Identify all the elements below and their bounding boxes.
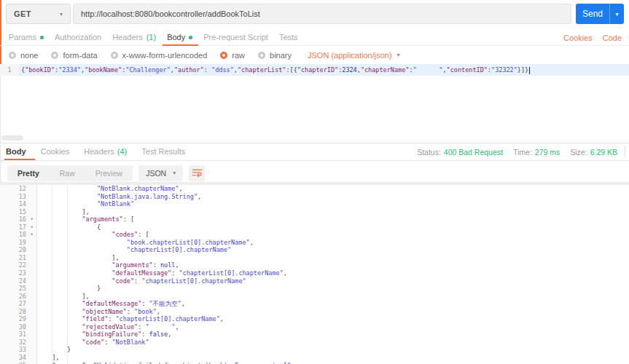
view-mode-segmented-control: Pretty Raw Preview xyxy=(7,165,133,181)
tab-pre-request-script[interactable]: Pre-request Script xyxy=(203,29,268,46)
time-badge: Time: 279 ms xyxy=(513,148,560,157)
request-body-line-content[interactable]: {"bookID":"2334","bookName":"Challenger"… xyxy=(19,64,629,76)
response-tab-headers[interactable]: Headers (4) xyxy=(84,143,127,160)
line-number: 30 xyxy=(0,323,26,331)
line-content: } xyxy=(37,346,71,354)
line-content: "code": "NotBlank" xyxy=(37,339,149,347)
response-tab-cookies[interactable]: Cookies xyxy=(41,143,70,160)
radio-icon xyxy=(258,52,265,59)
method-label: GET xyxy=(14,9,31,18)
code-line: 28 "objectName": "book", xyxy=(0,308,629,316)
line-number: 35 xyxy=(0,362,26,364)
chevron-down-icon: ▾ xyxy=(615,11,618,17)
line-number: 27 xyxy=(0,300,26,308)
params-dot-indicator xyxy=(40,36,44,39)
code-line: 35 "message": "Validation failed for obj… xyxy=(0,362,629,364)
fold-gutter xyxy=(26,362,37,364)
view-mode-preview[interactable]: Preview xyxy=(85,165,133,181)
tab-headers[interactable]: Headers (1) xyxy=(112,29,156,46)
code-line: 33 } xyxy=(0,346,629,354)
line-content: "NotBlank.chapterName", xyxy=(37,185,183,193)
line-content: "code": "chapterList[0].chapterName" xyxy=(37,277,246,285)
line-content: "NotBlank.java.lang.String", xyxy=(37,193,201,201)
tab-body[interactable]: Body xyxy=(167,29,192,46)
mode-x-www-form-urlencoded[interactable]: x-www-form-urlencoded xyxy=(111,51,208,60)
line-number: 21 xyxy=(0,254,26,262)
fold-gutter xyxy=(26,239,37,247)
code-line: 30 "rejectedValue": " ", xyxy=(0,323,629,331)
mode-binary[interactable]: binary xyxy=(258,51,292,60)
radio-selected-icon xyxy=(220,52,227,59)
cookies-link[interactable]: Cookies xyxy=(563,33,593,42)
mode-none[interactable]: none xyxy=(9,51,38,60)
radio-icon xyxy=(111,52,118,59)
send-button[interactable]: Send ▾ xyxy=(576,4,624,24)
mode-raw[interactable]: raw xyxy=(220,51,245,60)
fold-gutter xyxy=(26,308,37,316)
url-input[interactable]: http://localhost:8080/bookcontroller/add… xyxy=(73,4,571,24)
line-number: 24 xyxy=(0,277,26,285)
line-number: 28 xyxy=(0,308,26,316)
code-line: 13 "NotBlank.java.lang.String", xyxy=(0,193,629,201)
line-number: 12 xyxy=(0,185,26,193)
response-tab-body[interactable]: Body xyxy=(6,143,26,160)
line-number: 14 xyxy=(0,200,26,208)
fold-gutter xyxy=(26,277,37,285)
tab-tests[interactable]: Tests xyxy=(279,29,298,46)
tab-authorization[interactable]: Authorization xyxy=(55,29,101,46)
response-format-dropdown[interactable]: JSON ▾ xyxy=(138,165,183,181)
request-body-editor[interactable]: 1 {"bookID":"2334","bookName":"Challenge… xyxy=(0,64,629,76)
code-line: 14 "NotBlank" xyxy=(0,200,629,208)
line-content: { xyxy=(37,223,101,232)
tab-params[interactable]: Params xyxy=(9,29,44,46)
code-line: 25 } xyxy=(0,285,629,293)
editor-horizontal-scrollbar[interactable] xyxy=(1,135,23,141)
send-label[interactable]: Send xyxy=(576,4,609,24)
fold-arrow-icon[interactable]: ▾ xyxy=(26,215,37,223)
code-line: 27 "defaultMessage": "不能为空", xyxy=(0,300,629,308)
code-line: 22 "arguments": null, xyxy=(0,261,629,269)
code-line: 32 "code": "NotBlank" xyxy=(0,339,629,347)
response-code-lines: 12 "NotBlank.chapterName",13 "NotBlank.j… xyxy=(0,185,629,364)
response-tab-test-results[interactable]: Test Results xyxy=(141,143,185,160)
line-number: 34 xyxy=(0,354,26,362)
meta-right-divider xyxy=(625,146,625,157)
fold-arrow-icon[interactable]: ▾ xyxy=(26,231,37,239)
send-options-dropdown[interactable]: ▾ xyxy=(609,4,624,24)
fold-gutter xyxy=(26,246,37,254)
fold-gutter xyxy=(26,331,37,339)
fold-gutter xyxy=(26,315,37,323)
request-links: Cookies Code xyxy=(563,29,622,46)
fold-gutter xyxy=(26,323,37,331)
view-mode-pretty[interactable]: Pretty xyxy=(7,165,50,181)
code-line: 19 "book.chapterList[0].chapterName", xyxy=(0,239,629,247)
line-number: 13 xyxy=(0,193,26,201)
line-content: "objectName": "book", xyxy=(37,308,160,316)
body-mode-selector: none form-data x-www-form-urlencoded raw… xyxy=(0,47,629,63)
line-content: } xyxy=(37,285,101,293)
response-panel: Body Cookies Headers (4) Test Results St… xyxy=(0,143,629,364)
content-type-dropdown[interactable]: JSON (application/json) ▾ xyxy=(308,51,400,60)
size-badge: Size: 6.29 KB xyxy=(570,148,617,157)
response-body-viewer[interactable]: 12 "NotBlank.chapterName",13 "NotBlank.j… xyxy=(0,185,629,364)
fold-arrow-icon[interactable]: ▾ xyxy=(26,223,37,232)
code-line: 23 "defaultMessage": "chapterList[0].cha… xyxy=(0,269,629,277)
method-dropdown[interactable]: GET ▾ xyxy=(6,4,71,24)
line-content: "defaultMessage": "chapterList[0].chapte… xyxy=(37,269,287,277)
chevron-down-icon: ▾ xyxy=(60,11,63,17)
line-number: 22 xyxy=(0,261,26,269)
editor-line-number: 1 xyxy=(0,64,19,76)
view-mode-raw[interactable]: Raw xyxy=(50,165,85,181)
line-number: 17 xyxy=(0,223,26,232)
line-content: "field": "chapterList[0].chapterName", xyxy=(37,315,224,323)
code-line: 29 "field": "chapterList[0].chapterName"… xyxy=(0,315,629,323)
line-content: "rejectedValue": " ", xyxy=(37,323,179,331)
code-line: 15 ], xyxy=(0,208,629,216)
url-text: http://localhost:8080/bookcontroller/add… xyxy=(81,9,260,18)
response-tabs-divider xyxy=(0,160,629,161)
response-tabs: Body Cookies Headers (4) Test Results xyxy=(0,143,185,160)
line-number: 18 xyxy=(0,231,26,239)
mode-form-data[interactable]: form-data xyxy=(51,51,97,60)
code-link[interactable]: Code xyxy=(603,33,622,42)
wrap-lines-button[interactable] xyxy=(189,165,205,181)
